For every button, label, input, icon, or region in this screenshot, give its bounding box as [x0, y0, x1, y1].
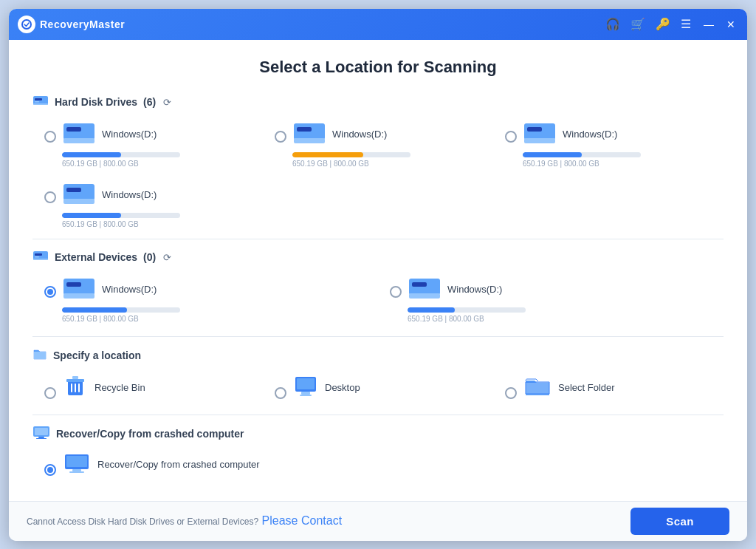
cart-icon[interactable]: 🛒 [630, 17, 645, 31]
drive-4-info: Windows(D:) 650.19 GB | 800.00 GB [62, 181, 724, 228]
svg-rect-18 [35, 253, 42, 256]
drive-3-icon [523, 120, 557, 149]
external-section-header: External Devices (0) ⟳ [32, 250, 724, 265]
svg-rect-25 [412, 282, 427, 287]
headphone-icon[interactable]: 🎧 [605, 17, 620, 31]
ext-drive-2-name: Windows(D:) [447, 284, 502, 295]
drive-4-stats: 650.19 GB | 800.00 GB [62, 220, 724, 228]
hard-disk-drives-grid: Windows(D:) 650.19 GB | 800.00 GB [32, 120, 724, 168]
crash-section-header: Recover/Copy from crashed computer [32, 426, 724, 443]
hard-disk-count: (6) [143, 96, 156, 108]
titlebar: RecoveryMaster 🎧 🛒 🔑 ☰ — ✕ [9, 9, 747, 40]
app-window: RecoveryMaster 🎧 🛒 🔑 ☰ — ✕ Select a Loca… [9, 9, 747, 541]
titlebar-actions: 🎧 🛒 🔑 ☰ [605, 17, 691, 31]
menu-icon[interactable]: ☰ [681, 17, 691, 31]
hard-disk-drive-4: Windows(D:) 650.19 GB | 800.00 GB [44, 181, 724, 228]
footer: Cannot Access Disk Hard Disk Drives or E… [9, 501, 747, 541]
logo-text: RecoveryMaster [40, 18, 125, 30]
close-button[interactable]: ✕ [724, 18, 738, 30]
external-drive-2: Windows(D:) 650.19 GB | 800.00 GB [390, 276, 724, 323]
ext-drive-2-radio[interactable] [390, 286, 402, 298]
specify-label: Specify a location [53, 349, 141, 361]
crash-radio[interactable] [44, 464, 56, 476]
svg-rect-31 [75, 383, 76, 392]
svg-rect-35 [301, 392, 310, 395]
scan-button[interactable]: Scan [630, 508, 729, 535]
crash-computer-icon [63, 453, 90, 477]
recycle-bin-icon [63, 375, 87, 401]
ext-drive-2-bar-fill [408, 307, 455, 313]
svg-rect-28 [66, 379, 84, 382]
desktop-icon [294, 375, 317, 400]
svg-rect-20 [33, 259, 48, 260]
drive-1-info: Windows(D:) 650.19 GB | 800.00 GB [62, 120, 263, 168]
hard-disk-section-icon [32, 95, 49, 110]
ext-drive-2-bar [408, 307, 526, 313]
drive-4-icon [62, 181, 96, 209]
drive-1-icon [62, 120, 96, 149]
svg-rect-9 [297, 127, 312, 132]
svg-rect-37 [526, 382, 549, 395]
recycle-bin-label: Recycle Bin [94, 382, 145, 393]
drive-3-radio[interactable] [505, 131, 517, 143]
desktop-item[interactable]: Desktop [275, 375, 493, 401]
svg-rect-2 [35, 98, 42, 100]
crash-section: Recover/Copy from crashed computer [32, 453, 724, 477]
ext-drive-2-stats: 650.19 GB | 800.00 GB [408, 315, 724, 323]
logo-icon [18, 16, 35, 33]
drive-1-radio[interactable] [44, 131, 56, 143]
recycle-bin-item[interactable]: Recycle Bin [44, 375, 263, 401]
ext-drive-2-info: Windows(D:) 650.19 GB | 800.00 GB [408, 276, 724, 323]
ext-drive-1-info: Windows(D:) 650.19 GB | 800.00 GB [62, 276, 378, 323]
hard-disk-refresh-icon[interactable]: ⟳ [163, 97, 171, 108]
svg-rect-39 [35, 428, 48, 435]
drive-4-name: Windows(D:) [102, 189, 157, 200]
svg-rect-13 [524, 138, 555, 143]
drive-4-bar-fill [62, 213, 121, 218]
hard-disk-drive-2: Windows(D:) 650.19 GB | 800.00 GB [275, 120, 493, 168]
svg-rect-44 [72, 469, 81, 471]
drive-2-bar [292, 152, 410, 157]
minimize-button[interactable]: — [701, 18, 716, 30]
svg-rect-43 [66, 456, 87, 467]
divider-2 [32, 336, 724, 337]
svg-rect-36 [300, 395, 312, 396]
drive-3-bar-fill [523, 152, 582, 157]
drive-3-bar [523, 152, 641, 157]
recycle-bin-radio[interactable] [44, 387, 56, 399]
svg-rect-29 [72, 376, 78, 379]
drive-4-radio[interactable] [44, 191, 56, 203]
logo: RecoveryMaster [18, 16, 605, 33]
hard-disk-drive-3: Windows(D:) 650.19 GB | 800.00 GB [505, 120, 724, 168]
window-controls: — ✕ [701, 18, 738, 30]
drive-2-bar-fill [292, 152, 363, 157]
ext-drive-1-bar [62, 307, 180, 313]
svg-rect-26 [409, 293, 440, 299]
ext-drive-1-bar-fill [62, 307, 127, 313]
divider-3 [32, 415, 724, 415]
key-icon[interactable]: 🔑 [656, 17, 670, 31]
please-contact-link[interactable]: Please Contact [262, 514, 343, 527]
svg-rect-4 [33, 103, 48, 105]
crash-item[interactable]: Recover/Copy from crashed computer [44, 453, 724, 477]
ext-drive-1-name: Windows(D:) [102, 284, 157, 295]
svg-rect-32 [78, 383, 80, 392]
drive-2-radio[interactable] [275, 131, 286, 143]
external-drives-grid: Windows(D:) 650.19 GB | 800.00 GB [32, 276, 724, 323]
svg-rect-6 [66, 127, 81, 132]
svg-rect-10 [294, 138, 325, 143]
external-refresh-icon[interactable]: ⟳ [163, 252, 171, 263]
svg-point-0 [22, 20, 31, 29]
drive-1-stats: 650.19 GB | 800.00 GB [62, 160, 263, 168]
select-folder-item[interactable]: Select Folder [505, 375, 724, 401]
select-folder-radio[interactable] [505, 387, 517, 399]
drive-3-name: Windows(D:) [563, 129, 617, 140]
desktop-radio[interactable] [275, 387, 286, 399]
hard-disk-drive-1: Windows(D:) 650.19 GB | 800.00 GB [44, 120, 263, 168]
crash-label: Recover/Copy from crashed computer [56, 428, 244, 440]
hard-disk-section-header: Hard Disk Drives (6) ⟳ [32, 95, 724, 110]
ext-drive-1-radio[interactable] [44, 286, 56, 298]
drive-2-name: Windows(D:) [332, 129, 387, 140]
desktop-label: Desktop [325, 382, 360, 393]
drive-2-info: Windows(D:) 650.19 GB | 800.00 GB [292, 120, 493, 168]
